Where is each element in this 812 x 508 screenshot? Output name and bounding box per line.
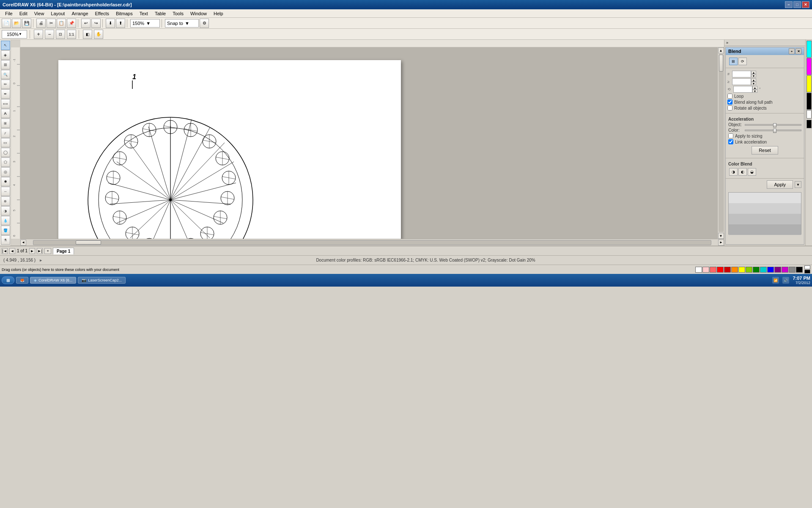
rect-tool[interactable]: ▭	[1, 138, 10, 147]
dimension-tool[interactable]: ⟺	[1, 99, 10, 108]
view-mode-button[interactable]: ◧	[83, 30, 92, 39]
cut-button[interactable]: ✂	[47, 19, 56, 28]
zoom-out-button[interactable]: −	[45, 30, 54, 39]
apply-sizing-checkbox[interactable]	[728, 133, 733, 138]
panel-expand-button[interactable]: »	[789, 48, 795, 54]
link-accel-checkbox[interactable]	[728, 139, 733, 144]
minimize-button[interactable]: −	[785, 1, 793, 8]
zoom-tool[interactable]: 🔍	[1, 70, 10, 79]
menu-bitmaps[interactable]: Bitmaps	[112, 10, 136, 17]
menu-effects[interactable]: Effects	[92, 10, 112, 17]
menu-help[interactable]: Help	[210, 10, 227, 17]
transparency-tool[interactable]: ◑	[1, 206, 10, 215]
freehand-tool[interactable]: ✏	[1, 80, 10, 89]
rotation-input[interactable]: 0.2 "	[732, 78, 751, 85]
rotation-spin-up[interactable]: ▲	[751, 78, 756, 82]
color-blend-icon-1[interactable]: ◑	[729, 168, 738, 176]
smart-draw-tool[interactable]: ✒	[1, 89, 10, 99]
text-tool[interactable]: A	[1, 109, 10, 118]
scroll-up-button[interactable]: ▲	[718, 47, 724, 53]
spiral-tool[interactable]: ◎	[1, 167, 10, 177]
crop-tool[interactable]: ⊞	[1, 60, 10, 69]
page-prev-button[interactable]: ◄	[9, 248, 15, 254]
menu-tools[interactable]: Tools	[169, 10, 187, 17]
print-button[interactable]: 🖨	[36, 19, 46, 28]
save-button[interactable]: 💾	[22, 19, 31, 28]
color-slider-thumb[interactable]	[773, 129, 776, 133]
blend-path-checkbox[interactable]	[727, 99, 732, 105]
panel-collapse-button[interactable]: »	[724, 40, 730, 46]
swatch-pink[interactable]	[702, 267, 709, 273]
swatch-yellow-green[interactable]	[746, 267, 752, 273]
paste-button[interactable]: 📌	[67, 19, 76, 28]
swatch-yellow[interactable]	[738, 267, 745, 273]
menu-file[interactable]: File	[2, 10, 16, 17]
pan-button[interactable]: ✋	[94, 30, 103, 39]
zoom-level-display[interactable]: 150% ▼	[2, 30, 27, 39]
loop-checkbox[interactable]	[727, 94, 732, 99]
undo-button[interactable]: ↩	[81, 19, 91, 28]
steps-spin-up[interactable]: ▲	[751, 71, 756, 74]
apply-button[interactable]: Apply	[767, 180, 793, 189]
menu-layout[interactable]: Layout	[47, 10, 68, 17]
swatch-red-light[interactable]	[710, 267, 716, 273]
fill-color[interactable]	[804, 265, 810, 269]
menu-window[interactable]: Window	[187, 10, 210, 17]
swatch-black[interactable]	[796, 267, 803, 273]
arrow-indicator[interactable]: ►	[39, 258, 43, 262]
new-button[interactable]: 📄	[2, 19, 11, 28]
black-swatch[interactable]	[807, 93, 812, 110]
page-add-button[interactable]: +	[44, 248, 51, 254]
blend-steps-icon[interactable]: ⊞	[729, 58, 738, 65]
page-next-button[interactable]: ►	[29, 248, 35, 254]
swatch-orange[interactable]	[731, 267, 738, 273]
zoom-dropdown[interactable]: 150% ▼	[130, 19, 160, 28]
rotation-spin-down[interactable]: ▼	[751, 82, 756, 85]
color-blend-icon-2[interactable]: ◐	[738, 168, 747, 176]
menu-text[interactable]: Text	[136, 10, 151, 17]
swatch-green[interactable]	[753, 267, 760, 273]
import-button[interactable]: ⬇	[106, 19, 115, 28]
scroll-thumb-v[interactable]	[719, 55, 723, 72]
swatch-magenta[interactable]	[782, 267, 788, 273]
redo-button[interactable]: ↪	[91, 19, 101, 28]
zoom-actual-button[interactable]: 1:1	[67, 30, 76, 39]
cyan-swatch[interactable]	[807, 41, 812, 58]
blend-path-icon[interactable]: ⟳	[738, 58, 747, 65]
fill-tool[interactable]: 🪣	[1, 226, 10, 235]
canvas-area[interactable]: 1	[20, 47, 717, 239]
ellipse-tool[interactable]: ◯	[1, 148, 10, 157]
angle-input[interactable]: 0.0	[733, 86, 752, 93]
black-swatch-2[interactable]	[807, 120, 812, 128]
reset-button[interactable]: Reset	[752, 146, 778, 155]
blend-tool[interactable]: ⊗	[1, 196, 10, 206]
steps-input[interactable]: 20	[732, 71, 751, 77]
steps-spin-down[interactable]: ▼	[751, 74, 756, 77]
vertical-scrollbar[interactable]: ▲ ▼	[717, 47, 724, 239]
scroll-down-button[interactable]: ▼	[718, 233, 724, 239]
zoom-fit-button[interactable]: ⊡	[56, 30, 65, 39]
swatch-cyan[interactable]	[760, 267, 767, 273]
scroll-left-button[interactable]: ◄	[20, 240, 26, 246]
connector-tool[interactable]: ↔	[1, 187, 10, 196]
select-tool[interactable]: ↖	[1, 41, 10, 50]
object-slider-thumb[interactable]	[773, 123, 776, 127]
copy-button[interactable]: 📋	[57, 19, 66, 28]
menu-view[interactable]: View	[31, 10, 48, 17]
white-swatch[interactable]	[807, 110, 812, 119]
swatch-gray[interactable]	[789, 267, 796, 273]
table-tool[interactable]: ⊞	[1, 119, 10, 128]
rotate-objects-checkbox[interactable]	[727, 105, 732, 110]
menu-table[interactable]: Table	[151, 10, 169, 17]
horizontal-scrollbar[interactable]: ◄ ►	[20, 239, 724, 246]
angle-spin-up[interactable]: ▲	[752, 86, 757, 89]
close-button[interactable]: ✕	[802, 1, 809, 8]
snap-dropdown[interactable]: Snap to ▼	[165, 19, 199, 28]
export-button[interactable]: ⬆	[116, 19, 125, 28]
swatch-purple[interactable]	[774, 267, 781, 273]
menu-edit[interactable]: Edit	[16, 10, 31, 17]
swatch-red-dark[interactable]	[724, 267, 731, 273]
panel-close-button[interactable]: ✕	[796, 48, 801, 54]
shape-tool[interactable]: ◈	[1, 50, 10, 60]
swatch-red[interactable]	[717, 267, 724, 273]
